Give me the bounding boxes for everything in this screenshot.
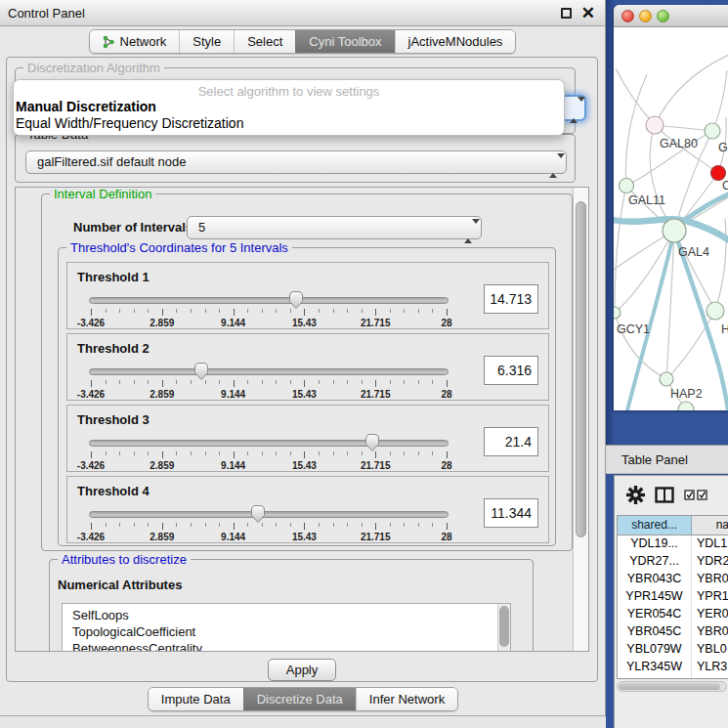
slider-minor-tick	[176, 380, 177, 384]
close-icon[interactable]: ✕	[581, 2, 595, 25]
slider-major-tick	[447, 380, 448, 387]
tab-cyni-toolbox[interactable]: Cyni Toolbox	[295, 30, 394, 53]
slider-minor-tick	[176, 309, 177, 313]
bottom-tab-impute-data[interactable]: Impute Data	[149, 688, 243, 710]
tab-label: Infer Network	[369, 692, 445, 707]
minimize-traffic-light-icon[interactable]	[639, 10, 652, 22]
threshold-value-box[interactable]: 6.316	[484, 356, 538, 385]
slider-track[interactable]	[89, 511, 449, 518]
table-row[interactable]: YBL079WYBL0	[618, 641, 728, 659]
slider-tick-label: 9.144	[221, 532, 245, 542]
slider-minor-tick	[134, 380, 135, 384]
column-header-name[interactable]: na	[692, 516, 728, 535]
table-row[interactable]: YIL052CYIL0	[618, 676, 728, 679]
slider-minor-tick	[404, 451, 405, 455]
slider-handle[interactable]	[364, 433, 380, 452]
slider-track[interactable]	[89, 440, 449, 447]
checkbox-checked-icon[interactable]	[684, 490, 695, 500]
table-data-select[interactable]: galFiltered.sif default node	[25, 150, 567, 174]
svg-text:GAL11: GAL11	[628, 193, 665, 207]
bottom-tab-infer-network[interactable]: Infer Network	[356, 688, 457, 710]
slider-track[interactable]	[89, 368, 449, 375]
tab-network[interactable]: Network	[90, 30, 180, 53]
node-gal4[interactable]	[663, 219, 686, 242]
slider-minor-tick	[219, 309, 220, 313]
slider-minor-tick	[134, 451, 135, 455]
threshold-value-box[interactable]: 21.4	[484, 427, 538, 456]
threshold-value-box[interactable]: 14.713	[484, 284, 538, 314]
gear-icon[interactable]	[626, 486, 645, 504]
tab-jactivemnodules[interactable]: jActiveMNodules	[395, 30, 516, 53]
slider-handle[interactable]	[193, 362, 209, 381]
slider-major-tick	[234, 309, 235, 316]
slider-tick-label: -3.426	[77, 318, 105, 328]
node-gcy1[interactable]	[614, 307, 621, 319]
apply-button[interactable]: Apply	[268, 659, 336, 681]
close-traffic-light-icon[interactable]	[621, 10, 634, 22]
node-hap2[interactable]	[660, 372, 673, 386]
zoom-traffic-light-icon[interactable]	[657, 10, 669, 22]
attribute-list-item[interactable]: TopologicalCoefficient	[63, 623, 510, 640]
node-gal11[interactable]	[620, 179, 634, 193]
column-header-shared-name[interactable]: shared...	[618, 516, 692, 535]
svg-text:GAL80: GAL80	[660, 137, 698, 150]
node-g[interactable]	[705, 123, 720, 139]
node-partial[interactable]	[678, 402, 694, 410]
settings-vertical-scrollbar[interactable]	[573, 188, 588, 651]
node-h[interactable]	[707, 302, 724, 320]
table-panel-titlebar: Table Panel	[606, 445, 728, 474]
network-window-titlebar	[614, 5, 728, 27]
slider-major-tick	[234, 523, 235, 530]
slider-handle[interactable]	[288, 290, 304, 310]
table-row[interactable]: YBR043CYBR0	[618, 571, 728, 588]
combo-stepper-icon	[464, 221, 473, 242]
network-nodes	[614, 116, 726, 410]
tab-select[interactable]: Select	[234, 30, 295, 53]
float-window-icon[interactable]	[561, 8, 572, 19]
number-of-intervals-select[interactable]: 5	[187, 216, 482, 239]
attribute-list-item[interactable]: BetweennessCentrality	[63, 640, 510, 652]
threshold-slider[interactable]: -3.4262.8599.14415.4321.71528	[89, 364, 449, 399]
table-row[interactable]: YDR27...YDR2	[618, 553, 728, 571]
algorithm-option[interactable]: Equal Width/Frequency Discretization	[14, 115, 564, 132]
slider-minor-tick	[290, 451, 291, 455]
bottom-tab-discretize-data[interactable]: Discretize Data	[243, 688, 356, 710]
threshold-slider[interactable]: -3.4262.8599.14415.4321.71528	[89, 435, 449, 470]
threshold-slider[interactable]: -3.4262.8599.14415.4321.71528	[89, 506, 449, 541]
table-row[interactable]: YER054CYER0	[618, 606, 728, 623]
slider-minor-tick	[219, 451, 220, 455]
tab-label: Impute Data	[161, 692, 231, 707]
slider-minor-tick	[106, 309, 107, 313]
threshold-value-box[interactable]: 11.344	[484, 498, 538, 528]
slider-major-tick	[304, 523, 305, 530]
attribute-list-item[interactable]: SelfLoops	[63, 607, 510, 623]
tab-style[interactable]: Style	[179, 30, 234, 53]
slider-handle[interactable]	[250, 504, 266, 524]
table-row[interactable]: YDL19...YDL1	[618, 535, 728, 553]
slider-minor-tick	[347, 380, 348, 384]
slider-tick-label: 9.144	[221, 318, 245, 328]
table-row[interactable]: YLR345WYLR3	[618, 659, 728, 676]
slider-minor-tick	[276, 309, 277, 313]
thresholds-group-title: Threshold's Coordinates for 5 Intervals	[66, 240, 292, 255]
algorithm-option[interactable]: Manual Discretization	[14, 99, 564, 115]
slider-minor-tick	[418, 451, 419, 455]
checkbox-checked-icon[interactable]	[697, 490, 707, 500]
slider-major-tick	[91, 451, 92, 458]
cell-shared-name: YBR045C	[618, 623, 692, 641]
numerical-attributes-list: SelfLoopsTopologicalCoefficientBetweenne…	[62, 603, 511, 652]
table-horizontal-scrollbar[interactable]	[617, 681, 727, 692]
slider-minor-tick	[247, 523, 248, 527]
list-scrollbar[interactable]	[497, 604, 510, 652]
table-row[interactable]: YPR145WYPR1	[618, 588, 728, 606]
slider-track[interactable]	[89, 297, 449, 304]
tab-label: jActiveMNodules	[408, 34, 503, 49]
slider-tick-label: 2.859	[150, 532, 174, 542]
network-canvas[interactable]: GAL80 G C GAL11 GAL4 GCY1 H HAP2	[614, 27, 728, 410]
slider-minor-tick	[333, 309, 334, 313]
columns-icon[interactable]	[655, 487, 674, 503]
threshold-slider[interactable]: -3.4262.8599.14415.4321.71528	[89, 292, 449, 327]
attributes-group: Attributes to discretize Numerical Attri…	[49, 559, 534, 652]
table-row[interactable]: YBR045CYBR0	[618, 623, 728, 641]
node-gal80[interactable]	[646, 116, 664, 134]
